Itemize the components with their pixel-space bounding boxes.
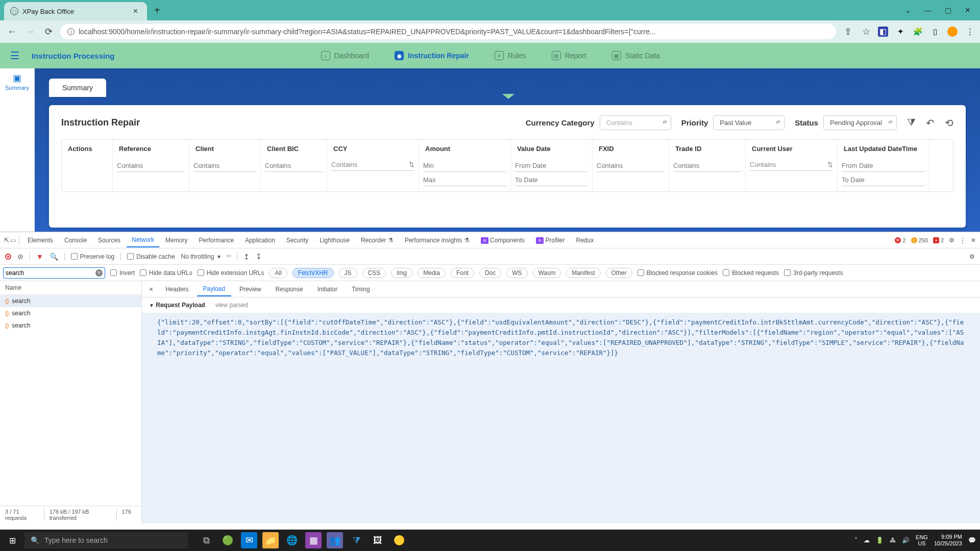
throttle-select[interactable]: No throttling ▾ — [181, 253, 220, 260]
device-icon[interactable]: ▭ — [10, 237, 16, 244]
col-valuedate[interactable]: Value Date — [511, 140, 593, 158]
taskview-icon[interactable]: ⧉ — [198, 532, 214, 548]
type-doc[interactable]: Doc — [479, 268, 501, 278]
taskbar-search[interactable]: 🔍 Type here to search — [24, 532, 188, 548]
download-icon[interactable]: ↧ — [256, 253, 262, 261]
detail-tab-response[interactable]: Response — [270, 283, 309, 296]
nav-report[interactable]: ▤Report — [552, 51, 586, 60]
search-icon[interactable]: 🔍 — [50, 253, 58, 261]
close-icon[interactable]: ✕ — [965, 6, 971, 14]
hide-ext-urls-checkbox[interactable]: Hide extension URLs — [198, 269, 264, 277]
tab-close-icon[interactable]: × — [130, 7, 141, 16]
dt-tab-network[interactable]: Network — [127, 233, 159, 247]
detail-tab-headers[interactable]: Headers — [159, 283, 194, 296]
type-fetchxhr[interactable]: Fetch/XHR — [292, 268, 334, 278]
teams-icon[interactable]: 👥 — [327, 532, 343, 548]
dt-tab-profiler[interactable]: ⚛ Profiler — [531, 234, 570, 247]
chrome-icon[interactable]: 🟢 — [219, 532, 236, 548]
app-icon-1[interactable]: ▦ — [305, 532, 322, 548]
filter-user[interactable]: Contains⇅ — [750, 160, 833, 171]
nav-static-data[interactable]: ▦Static Data — [612, 51, 660, 60]
filter-clientbic[interactable] — [265, 160, 323, 172]
volume-icon[interactable]: 🔊 — [902, 537, 910, 544]
network-filter-input[interactable]: × — [3, 267, 105, 279]
filter-updated-from[interactable] — [842, 160, 925, 172]
type-wasm[interactable]: Wasm — [533, 268, 561, 278]
disable-cache-checkbox[interactable]: Disable cache — [127, 253, 175, 260]
collapse-icon[interactable]: ▼ — [149, 303, 154, 308]
issues-badge[interactable]: ▪2 — [933, 237, 944, 243]
site-info-icon[interactable]: i — [67, 28, 75, 35]
dt-tab-application[interactable]: Application — [240, 234, 280, 247]
new-tab-button[interactable]: + — [147, 5, 167, 16]
dt-tab-redux[interactable]: Redux — [571, 234, 599, 247]
type-js[interactable]: JS — [339, 268, 357, 278]
type-media[interactable]: Media — [418, 268, 446, 278]
dt-tab-recorder[interactable]: Recorder ⚗ — [356, 234, 399, 247]
dt-tab-components[interactable]: ⚛ Components — [476, 234, 530, 247]
profile-icon[interactable] — [947, 27, 958, 37]
col-updated[interactable]: Last Updated DateTime — [838, 140, 929, 158]
detail-tab-initiator[interactable]: Initiator — [311, 283, 344, 296]
filter-valuedate-from[interactable] — [515, 160, 588, 172]
invert-checkbox[interactable]: Invert — [110, 269, 135, 277]
start-button[interactable]: ⊞ — [0, 536, 24, 545]
ext-icon-1[interactable]: ◧ — [878, 27, 888, 37]
chevron-down-icon[interactable]: ⌄ — [905, 6, 911, 14]
nav-instruction-repair[interactable]: ◉Instruction Repair — [395, 51, 469, 60]
more-icon[interactable]: ⋮ — [960, 237, 966, 244]
minimize-icon[interactable]: — — [924, 6, 932, 14]
filter-client[interactable] — [193, 160, 256, 172]
clock[interactable]: 9:09 PM 10/25/2023 — [934, 534, 962, 547]
network-icon[interactable]: 🖧 — [890, 537, 896, 544]
dt-tab-lighthouse[interactable]: Lighthouse — [314, 234, 355, 247]
col-amount[interactable]: Amount — [419, 140, 511, 158]
ext-icon-2[interactable]: ✦ — [895, 27, 905, 37]
col-user[interactable]: Current User — [746, 140, 838, 158]
type-other[interactable]: Other — [606, 268, 632, 278]
type-manifest[interactable]: Manifest — [566, 268, 600, 278]
hamburger-icon[interactable]: ☰ — [10, 49, 19, 62]
request-item[interactable]: {}search — [0, 319, 141, 332]
wifi-icon[interactable]: ⌔ — [227, 253, 231, 261]
dt-tab-console[interactable]: Console — [59, 234, 92, 247]
blocked-requests-checkbox[interactable]: Blocked requests — [723, 269, 779, 277]
col-ccy[interactable]: CCY — [327, 140, 419, 158]
explorer-icon[interactable]: 📁 — [262, 532, 279, 548]
language-indicator[interactable]: ENG US — [916, 534, 928, 546]
edge-icon[interactable]: 🌐 — [284, 532, 300, 548]
error-badge[interactable]: ✕2 — [895, 237, 905, 243]
col-fxid[interactable]: FXID — [593, 140, 669, 158]
blocked-cookies-checkbox[interactable]: Blocked response cookies — [638, 269, 718, 277]
type-img[interactable]: Img — [391, 268, 412, 278]
col-tradeid[interactable]: Trade ID — [669, 140, 746, 158]
filter-amount-min[interactable] — [423, 160, 506, 172]
chrome-icon-2[interactable]: 🟡 — [391, 532, 407, 548]
preserve-log-checkbox[interactable]: Preserve log — [71, 253, 114, 260]
view-parsed-link[interactable]: view parsed — [215, 302, 248, 309]
thirdparty-checkbox[interactable]: 3rd-party requests — [784, 269, 843, 277]
vscode-icon[interactable]: ⧩ — [348, 532, 364, 548]
status-select[interactable]: Pending Approval — [823, 115, 897, 130]
currency-select[interactable]: Contains — [600, 115, 671, 130]
browser-tab[interactable]: ◌ XPay Back Office × — [4, 2, 147, 20]
request-list-header[interactable]: Name — [0, 281, 141, 295]
inspect-icon[interactable]: ⇱ — [4, 237, 9, 244]
col-clientbic[interactable]: Client BIC — [261, 140, 327, 158]
app-icon-2[interactable]: 🖼 — [370, 532, 386, 548]
maximize-icon[interactable]: ▢ — [945, 6, 951, 14]
hide-data-urls-checkbox[interactable]: Hide data URLs — [140, 269, 192, 277]
filter-amount-max[interactable] — [423, 174, 506, 186]
col-client[interactable]: Client — [189, 140, 261, 158]
devtools-close-icon[interactable]: ✕ — [971, 237, 976, 244]
type-all[interactable]: All — [269, 268, 287, 278]
weather-icon[interactable]: ☁ — [864, 537, 870, 544]
reload-icon[interactable]: ⟳ — [42, 26, 55, 37]
filter-valuedate-to[interactable] — [515, 174, 588, 186]
request-item[interactable]: {}search — [0, 295, 141, 307]
detail-tab-preview[interactable]: Preview — [233, 283, 267, 296]
detail-tab-payload[interactable]: Payload — [197, 282, 231, 296]
dt-tab-elements[interactable]: Elements — [22, 234, 58, 247]
type-css[interactable]: CSS — [362, 268, 386, 278]
payload-body[interactable]: {"limit":20,"offset":0,"sortBy":[{"field… — [142, 313, 980, 523]
